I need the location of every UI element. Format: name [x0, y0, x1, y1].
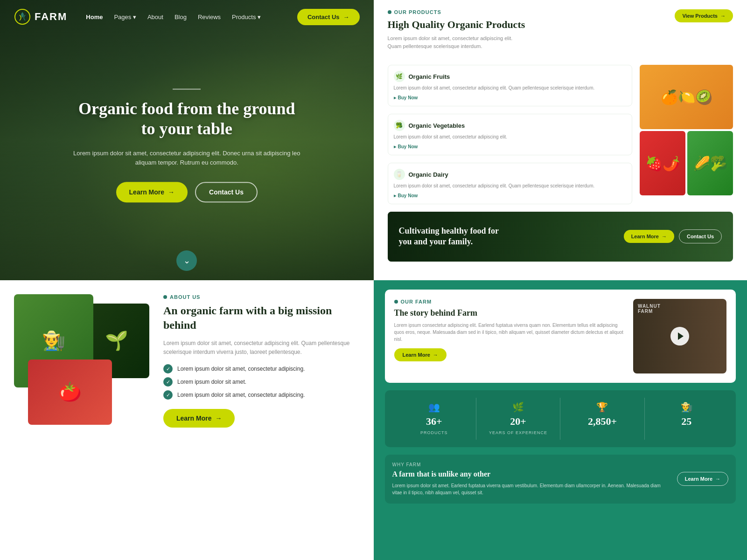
- product-image-3: 🌽🥦: [687, 131, 733, 195]
- product-fruits-name: Organic Fruits: [409, 73, 450, 80]
- product-image-1: 🍊🍋🥝: [640, 65, 733, 129]
- stat-experience-number: 20+: [480, 415, 556, 428]
- contact-us-button[interactable]: Contact Us: [195, 182, 258, 202]
- story-image: WALNUT WALNUT FARM FARM: [633, 299, 726, 373]
- hero-divider: [173, 89, 201, 90]
- products-header-text: OUR PRODUCTS High Quality Organic Produc…: [388, 9, 525, 57]
- products-content: 🌿 Organic Fruits Lorem ipsum dolor sit a…: [388, 65, 733, 204]
- nav-home[interactable]: Home: [86, 14, 103, 21]
- stats-row: 👥 36+ PRODUCTS 🌿 20+ YEARS OF EXPERIENCE…: [385, 390, 736, 447]
- product-image-2: 🍓🌶️: [640, 131, 685, 195]
- check-icon-1: ✓: [163, 364, 173, 373]
- stat-experience-label: YEARS OF EXPERIENCE: [489, 430, 547, 435]
- nav-contact-button[interactable]: Contact Us: [297, 9, 360, 25]
- stat-farmers: 👨‍🌾 25: [645, 398, 728, 440]
- story-eyebrow: OUR FARM: [394, 299, 626, 304]
- banner-text: Cultivating healthy food for you and you…: [399, 226, 511, 248]
- why-farm-learn-arrow: [715, 476, 720, 482]
- why-farm-section: WHY FARM A farm that is unlike any other…: [385, 455, 736, 504]
- banner-title: Cultivating healthy food for you and you…: [399, 226, 511, 248]
- product-vegetables-name: Organic Vegetables: [409, 122, 465, 129]
- banner-contact-button[interactable]: Contact Us: [679, 229, 722, 243]
- buy-dairy-link[interactable]: ▸ Buy Now: [394, 193, 627, 198]
- nav-blog[interactable]: Blog: [175, 14, 187, 21]
- story-desc: Lorem ipsum consectetur adipiscing elit.…: [394, 322, 626, 343]
- why-farm-text: WHY FARM A farm that is unlike any other…: [392, 462, 670, 496]
- play-icon: [678, 332, 684, 340]
- nav-about[interactable]: About: [147, 14, 163, 21]
- banner-learn-more-button[interactable]: Learn More: [624, 230, 674, 243]
- feature-3: ✓ Lorem ipsum dolor sit amet, consectetu…: [163, 390, 360, 400]
- walnut-farm-label: WALNUT WALNUT FARM FARM: [638, 304, 661, 314]
- stat-farmers-number: 25: [649, 415, 725, 428]
- stat-farmers-icon: 👨‍🌾: [649, 401, 725, 413]
- stat-products-label: PRODUCTS: [420, 430, 448, 435]
- product-images: 🍊🍋🥝 🍓🌶️ 🌽🥦: [640, 65, 733, 204]
- stat-products-icon: 👥: [396, 401, 472, 413]
- about-learn-more-button[interactable]: Learn More: [163, 409, 235, 428]
- eyebrow-dot: [388, 10, 391, 14]
- nav-cta-arrow: [343, 14, 349, 21]
- products-section: OUR PRODUCTS High Quality Organic Produc…: [374, 0, 747, 280]
- about-images: 👨‍🌾 🌱 🍅: [14, 294, 149, 425]
- about-content: ABOUT US An organic farm with a big miss…: [163, 294, 360, 428]
- product-vegetables-icon: 🥦: [394, 120, 405, 131]
- stat-products-number: 36+: [396, 415, 472, 428]
- story-learn-more-button[interactable]: Learn More: [394, 348, 447, 361]
- view-products-arrow: [720, 13, 726, 19]
- logo[interactable]: FARM: [14, 8, 67, 25]
- hero-subtitle: Lorem ipsum dolor sit amet, consectetur …: [70, 149, 303, 168]
- nav-reviews[interactable]: Reviews: [198, 14, 221, 21]
- brand-name: FARM: [35, 11, 67, 23]
- product-dairy-desc: Lorem ipsum dolor sit amet, consectetur …: [394, 183, 627, 189]
- banner-learn-arrow: [662, 234, 667, 239]
- stat-harvests-number: 2,850+: [564, 415, 640, 428]
- product-dairy: 🥛 Organic Dairy Lorem ipsum dolor sit am…: [388, 163, 633, 204]
- about-features: ✓ Lorem ipsum dolor sit amet, consectetu…: [163, 364, 360, 400]
- product-dairy-name: Organic Dairy: [409, 171, 448, 178]
- products-list: 🌿 Organic Fruits Lorem ipsum dolor sit a…: [388, 65, 633, 204]
- hero-section: FARM Home Pages ▾ About Blog Reviews Pro…: [0, 0, 374, 280]
- products-header: OUR PRODUCTS High Quality Organic Produc…: [388, 9, 733, 57]
- view-products-button[interactable]: View Products: [675, 9, 733, 22]
- why-farm-eyebrow: WHY FARM: [392, 462, 670, 467]
- about-title: An organic farm with a big mission behin…: [163, 304, 360, 332]
- buy-vegetables-link[interactable]: ▸ Buy Now: [394, 144, 627, 149]
- product-img-grid: 🍊🍋🥝 🍓🌶️ 🌽🥦: [640, 65, 733, 195]
- stat-experience: 🌿 20+ YEARS OF EXPERIENCE: [476, 398, 560, 440]
- check-icon-3: ✓: [163, 390, 173, 400]
- products-eyebrow: OUR PRODUCTS: [388, 9, 525, 15]
- feature-2: ✓ Lorem ipsum dolor sit amet.: [163, 377, 360, 387]
- logo-icon: [14, 8, 31, 25]
- about-learn-arrow: [215, 415, 222, 422]
- play-button[interactable]: [670, 327, 689, 346]
- learn-more-button[interactable]: Learn More: [116, 182, 188, 202]
- scroll-down-button[interactable]: [176, 250, 197, 271]
- products-desc: Lorem ipsum dolor sit amet, consectetur …: [388, 35, 518, 50]
- nav-products[interactable]: Products ▾: [232, 14, 261, 21]
- stat-harvests: 🏆 2,850+: [560, 398, 644, 440]
- about-eyebrow: ABOUT US: [163, 294, 360, 300]
- why-farm-learn-more-button[interactable]: Learn More: [677, 472, 728, 486]
- nav-pages[interactable]: Pages ▾: [114, 14, 136, 21]
- story-title: The story behind Farm: [394, 308, 626, 318]
- learn-more-arrow: [168, 188, 175, 196]
- hero-content: Organic food from the ground to your tab…: [70, 89, 303, 202]
- banner-section: Cultivating healthy food for you and you…: [388, 212, 733, 262]
- farm-story-section: OUR FARM The story behind Farm Lorem ips…: [374, 280, 747, 560]
- hero-buttons: Learn More Contact Us: [70, 182, 303, 202]
- nav-links: Home Pages ▾ About Blog Reviews Products…: [86, 14, 297, 21]
- why-farm-desc: Lorem ipsum dolor sit amet. Earlend fupt…: [392, 482, 670, 496]
- product-fruits-icon: 🌿: [394, 71, 405, 82]
- chevron-down-icon: [183, 256, 190, 266]
- about-desc: Lorem ipsum dolor sit amet, consectetur …: [163, 339, 360, 357]
- product-dairy-icon: 🥛: [394, 169, 405, 180]
- stat-products: 👥 36+ PRODUCTS: [392, 398, 476, 440]
- farm-story-card: OUR FARM The story behind Farm Lorem ips…: [385, 290, 736, 383]
- banner-buttons: Learn More Contact Us: [624, 229, 722, 243]
- product-fruits: 🌿 Organic Fruits Lorem ipsum dolor sit a…: [388, 65, 633, 106]
- buy-fruits-link[interactable]: ▸ Buy Now: [394, 95, 627, 100]
- products-title: High Quality Organic Products: [388, 19, 525, 31]
- about-section: 👨‍🌾 🌱 🍅 ABOUT US An organic farm with a …: [0, 280, 374, 560]
- story-content: OUR FARM The story behind Farm Lorem ips…: [394, 299, 626, 373]
